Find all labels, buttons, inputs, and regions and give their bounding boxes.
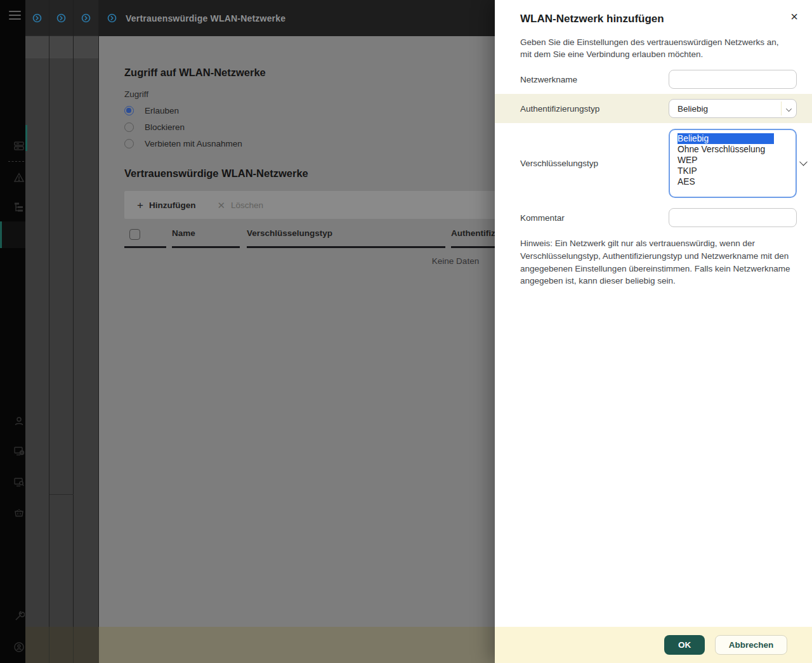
auth-type-value: Beliebig (669, 104, 708, 114)
encryption-listbox[interactable]: Beliebig Ohne Verschlüsselung WEP TKIP A… (669, 129, 797, 198)
access-group-label: Zugriff (124, 89, 148, 99)
nav-panel-2[interactable] (49, 0, 74, 663)
selected-accent-bar (0, 221, 2, 248)
table-empty-text: Keine Daten (432, 256, 479, 266)
delete-button[interactable]: ✕ Löschen (217, 200, 263, 210)
nav-footer-tint (25, 627, 99, 663)
sidebar (0, 0, 25, 663)
dialog-footer: OK Abbrechen (495, 627, 812, 663)
listbox-option[interactable]: Ohne Verschlüsselung (678, 144, 796, 155)
x-icon: ✕ (217, 200, 225, 210)
add-wlan-dialog: WLAN-Netzwerk hinzufügen × Geben Sie die… (495, 0, 812, 663)
encryption-label: Verschlüsselungstyp (520, 159, 598, 168)
select-button-zone (781, 102, 796, 115)
network-name-label: Netzwerkname (520, 75, 577, 84)
header-underline (124, 246, 166, 248)
collapsed-tab-3[interactable] (74, 0, 98, 36)
listbox-option[interactable]: WEP (678, 155, 796, 166)
device-settings-icon[interactable] (13, 445, 25, 457)
server-list-icon[interactable] (13, 140, 25, 152)
collapsed-tab-1[interactable] (25, 0, 49, 36)
column-header-encryption[interactable]: Verschlüsselungstyp (247, 228, 332, 238)
nav-panel-3[interactable] (74, 0, 99, 663)
nav-panel-separator (49, 494, 74, 495)
header-underline (172, 246, 240, 248)
auth-type-label: Authentifizierungstyp (520, 104, 599, 114)
chevron-down-icon (799, 158, 808, 166)
main-content-dimmed: Zugriff auf WLAN-Netzwerke Zugriff Erlau… (99, 36, 495, 627)
radio-icon (124, 139, 134, 148)
select-all-checkbox[interactable] (129, 229, 140, 240)
comment-input[interactable] (669, 208, 797, 227)
page-title: Vertrauenswürdige WLAN-Netzwerke (126, 13, 285, 23)
section-title-trusted: Vertrauenswürdige WLAN-Netzwerke (124, 167, 308, 180)
plus-icon: + (137, 200, 143, 211)
cancel-button[interactable]: Abbrechen (715, 635, 787, 655)
circle-arrow-icon (107, 13, 117, 23)
header-underline (451, 246, 495, 248)
radio-icon (124, 122, 134, 132)
device-search-icon[interactable] (13, 476, 25, 488)
network-name-input[interactable] (669, 70, 797, 89)
page-footer-dimmed (99, 627, 495, 663)
active-tab[interactable]: Vertrauenswürdige WLAN-Netzwerke (99, 0, 495, 36)
radio-selected-icon (124, 106, 134, 115)
collapsed-tab-2[interactable] (49, 0, 73, 36)
menu-icon[interactable] (9, 11, 21, 20)
warning-icon[interactable] (13, 172, 25, 183)
dialog-description: Geben Sie die Einstellungen des vertraue… (520, 36, 789, 60)
nav-panel-1[interactable] (25, 0, 49, 663)
listbox-option[interactable]: TKIP (678, 166, 796, 176)
dialog-title: WLAN-Netzwerk hinzufügen (520, 13, 664, 25)
column-header-name[interactable]: Name (172, 228, 195, 238)
radio-option-allow[interactable]: Erlauben (124, 106, 179, 115)
header-underline (247, 246, 445, 248)
chevron-down-icon (786, 106, 792, 112)
ok-button[interactable]: OK (664, 635, 705, 655)
auth-type-select[interactable]: Beliebig (669, 99, 797, 118)
wrench-icon[interactable] (13, 611, 25, 622)
close-icon[interactable]: × (787, 10, 801, 23)
section-title-access: Zugriff auf WLAN-Netzwerke (124, 67, 266, 79)
column-header-auth[interactable]: Authentifizierungstyp (451, 228, 495, 238)
collapsed-nav-panels (25, 0, 99, 663)
account-icon[interactable] (13, 641, 25, 653)
policy-tree-icon[interactable] (13, 202, 25, 213)
table-toolbar: + Hinzufügen ✕ Löschen (124, 191, 495, 219)
radio-option-block-with-exceptions[interactable]: Verbieten mit Ausnahmen (124, 139, 242, 148)
circle-arrow-icon (32, 13, 42, 23)
basket-icon[interactable] (13, 507, 25, 518)
circle-arrow-icon (81, 13, 91, 23)
sidebar-divider (8, 161, 24, 162)
sidebar-item-selected[interactable] (0, 221, 25, 248)
listbox-option-selected[interactable]: Beliebig (678, 133, 774, 144)
user-icon[interactable] (13, 416, 25, 427)
add-button[interactable]: + Hinzufügen (137, 200, 195, 211)
comment-label: Kommentar (520, 213, 565, 223)
radio-option-block[interactable]: Blockieren (124, 122, 185, 132)
listbox-option[interactable]: AES (678, 176, 796, 187)
dialog-hint: Hinweis: Ein Netzwerk gilt nur als vertr… (520, 237, 792, 287)
nav-selected-accent-bar (25, 125, 27, 151)
circle-arrow-icon (56, 13, 66, 23)
